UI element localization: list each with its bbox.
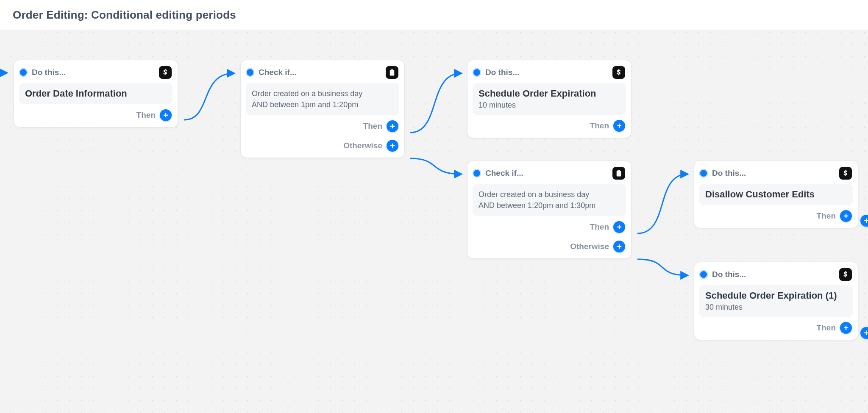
then-label: Then <box>136 111 156 120</box>
node-type-label: Check if... <box>259 68 381 77</box>
node-body: Schedule Order Expiration 10 minutes <box>473 83 626 115</box>
node-subtitle: 10 minutes <box>479 101 620 110</box>
node-type-label: Check if... <box>485 169 608 178</box>
dollar-icon <box>612 66 625 79</box>
node-type-label: Do this... <box>485 68 608 77</box>
condition-line-1: Order created on a business day <box>479 189 620 200</box>
node-type-label: Do this... <box>712 270 835 279</box>
node-check-business-day-1pm[interactable]: Check if... Order created on a business … <box>240 60 405 158</box>
otherwise-label: Otherwise <box>343 141 382 150</box>
add-then-branch[interactable] <box>160 109 172 121</box>
add-then-branch[interactable] <box>387 120 398 132</box>
then-label: Then <box>590 222 609 232</box>
dollar-icon <box>839 167 852 180</box>
input-port[interactable] <box>699 270 708 279</box>
condition-line-2: AND between 1:20pm and 1:30pm <box>479 200 620 211</box>
node-check-business-day-120pm[interactable]: Check if... Order created on a business … <box>467 161 632 259</box>
node-type-label: Do this... <box>32 68 155 77</box>
node-order-date-information[interactable]: Do this... Order Date Information Then <box>14 60 178 128</box>
add-otherwise-branch[interactable] <box>613 241 625 252</box>
node-disallow-edits[interactable]: Do this... Disallow Customer Edits Then <box>694 161 858 228</box>
add-then-branch[interactable] <box>840 322 852 334</box>
input-port[interactable] <box>699 169 708 177</box>
then-label: Then <box>817 211 836 221</box>
input-port[interactable] <box>473 68 481 77</box>
add-otherwise-branch[interactable] <box>387 140 398 152</box>
node-body: Disallow Customer Edits <box>699 184 853 205</box>
add-then-branch[interactable] <box>613 221 625 233</box>
add-then-branch[interactable] <box>840 210 852 222</box>
node-body: Order created on a business day AND betw… <box>473 184 626 216</box>
then-label: Then <box>817 323 836 333</box>
flow-canvas[interactable]: Do this... Order Date Information Then C… <box>0 30 868 413</box>
node-body: Order Date Information <box>19 83 172 104</box>
dollar-icon <box>839 268 852 281</box>
add-after-disallow[interactable] <box>860 215 868 227</box>
node-title: Schedule Order Expiration (1) <box>705 290 847 301</box>
node-schedule-10-min[interactable]: Do this... Schedule Order Expiration 10 … <box>467 60 632 138</box>
node-body: Order created on a business day AND betw… <box>246 83 399 115</box>
node-body: Schedule Order Expiration (1) 30 minutes <box>699 285 853 317</box>
input-port[interactable] <box>473 169 481 177</box>
node-schedule-30-min[interactable]: Do this... Schedule Order Expiration (1)… <box>694 262 858 340</box>
then-label: Then <box>590 121 609 130</box>
clipboard-check-icon <box>386 66 398 79</box>
node-title: Schedule Order Expiration <box>479 88 620 99</box>
page-header: Order Editing: Conditional editing perio… <box>0 0 868 30</box>
dollar-icon <box>159 66 172 79</box>
then-label: Then <box>363 122 382 131</box>
add-then-branch[interactable] <box>613 120 625 132</box>
node-subtitle: 30 minutes <box>705 303 847 312</box>
input-port[interactable] <box>19 68 28 77</box>
node-title: Disallow Customer Edits <box>705 189 847 200</box>
condition-line-1: Order created on a business day <box>252 88 393 99</box>
add-after-schedule-30[interactable] <box>860 327 868 339</box>
condition-line-2: AND between 1pm and 1:20pm <box>252 99 393 110</box>
node-type-label: Do this... <box>712 169 835 178</box>
otherwise-label: Otherwise <box>570 242 609 251</box>
page-title: Order Editing: Conditional editing perio… <box>13 8 236 22</box>
node-title: Order Date Information <box>25 88 167 99</box>
clipboard-check-icon <box>612 167 625 180</box>
input-port[interactable] <box>246 68 254 77</box>
